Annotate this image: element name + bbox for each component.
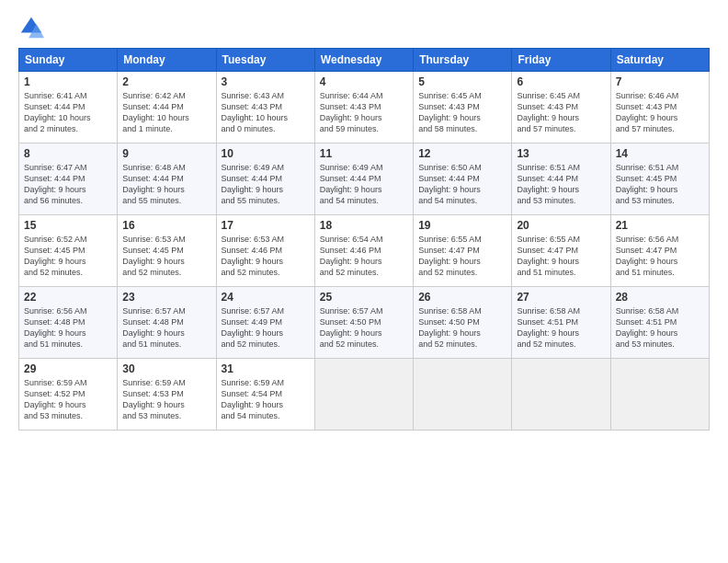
daylight-info: Daylight: 9 hours <box>320 257 382 266</box>
day-info: Sunrise: 6:57 AM Sunset: 4:49 PM Dayligh… <box>222 305 310 350</box>
calendar-cell: 24 Sunrise: 6:57 AM Sunset: 4:49 PM Dayl… <box>216 287 314 359</box>
sunrise-info: Sunrise: 6:47 AM <box>24 163 87 172</box>
calendar-cell: 15 Sunrise: 6:52 AM Sunset: 4:45 PM Dayl… <box>19 215 118 287</box>
day-info: Sunrise: 6:52 AM Sunset: 4:45 PM Dayligh… <box>24 234 112 279</box>
calendar-cell: 14 Sunrise: 6:51 AM Sunset: 4:45 PM Dayl… <box>610 144 709 215</box>
day-info: Sunrise: 6:58 AM Sunset: 4:50 PM Dayligh… <box>418 305 506 350</box>
calendar-body: 1 Sunrise: 6:41 AM Sunset: 4:44 PM Dayli… <box>19 72 710 431</box>
daylight-info: Daylight: 9 hours <box>616 113 678 122</box>
calendar-cell: 27 Sunrise: 6:58 AM Sunset: 4:51 PM Dayl… <box>512 287 610 359</box>
calendar-week-row: 8 Sunrise: 6:47 AM Sunset: 4:44 PM Dayli… <box>19 144 710 215</box>
day-info: Sunrise: 6:49 AM Sunset: 4:44 PM Dayligh… <box>222 162 310 207</box>
calendar-cell: 23 Sunrise: 6:57 AM Sunset: 4:48 PM Dayl… <box>118 287 216 359</box>
day-info: Sunrise: 6:57 AM Sunset: 4:48 PM Dayligh… <box>122 305 210 350</box>
daylight-cont: and 54 minutes. <box>418 196 477 205</box>
daylight-cont: and 53 minutes. <box>122 411 181 420</box>
day-info: Sunrise: 6:55 AM Sunset: 4:47 PM Dayligh… <box>418 234 506 279</box>
calendar-cell: 3 Sunrise: 6:43 AM Sunset: 4:43 PM Dayli… <box>216 72 314 144</box>
sunset-info: Sunset: 4:51 PM <box>616 317 677 327</box>
calendar-cell: 13 Sunrise: 6:51 AM Sunset: 4:44 PM Dayl… <box>512 144 610 215</box>
daylight-info: Daylight: 9 hours <box>24 400 86 409</box>
daylight-info: Daylight: 9 hours <box>616 257 678 266</box>
sunrise-info: Sunrise: 6:57 AM <box>122 306 186 316</box>
day-info: Sunrise: 6:42 AM Sunset: 4:44 PM Dayligh… <box>122 90 210 135</box>
calendar-week-row: 1 Sunrise: 6:41 AM Sunset: 4:44 PM Dayli… <box>19 72 710 144</box>
calendar-cell: 21 Sunrise: 6:56 AM Sunset: 4:47 PM Dayl… <box>610 215 709 287</box>
sunrise-info: Sunrise: 6:56 AM <box>616 235 679 244</box>
sunset-info: Sunset: 4:44 PM <box>222 174 283 183</box>
sunrise-info: Sunrise: 6:45 AM <box>418 91 482 100</box>
daylight-info: Daylight: 9 hours <box>517 113 579 122</box>
sunrise-info: Sunrise: 6:53 AM <box>122 235 186 244</box>
daylight-info: Daylight: 9 hours <box>320 328 382 338</box>
daylight-cont: and 53 minutes. <box>24 411 83 420</box>
calendar-cell: 31 Sunrise: 6:59 AM Sunset: 4:54 PM Dayl… <box>216 359 314 431</box>
sunrise-info: Sunrise: 6:49 AM <box>222 163 285 172</box>
daylight-cont: and 52 minutes. <box>222 268 280 277</box>
calendar-cell: 7 Sunrise: 6:46 AM Sunset: 4:43 PM Dayli… <box>610 72 709 144</box>
daylight-info: Daylight: 9 hours <box>418 185 481 194</box>
calendar-week-row: 15 Sunrise: 6:52 AM Sunset: 4:45 PM Dayl… <box>19 215 710 287</box>
calendar-cell <box>512 359 610 431</box>
daylight-cont: and 52 minutes. <box>222 339 280 349</box>
day-info: Sunrise: 6:51 AM Sunset: 4:44 PM Dayligh… <box>517 162 605 207</box>
daylight-info: Daylight: 9 hours <box>122 400 185 409</box>
day-number: 6 <box>517 75 605 88</box>
daylight-cont: and 55 minutes. <box>122 196 181 205</box>
day-number: 4 <box>320 75 408 88</box>
calendar-cell: 17 Sunrise: 6:53 AM Sunset: 4:46 PM Dayl… <box>216 215 314 287</box>
day-info: Sunrise: 6:54 AM Sunset: 4:46 PM Dayligh… <box>320 234 408 279</box>
day-info: Sunrise: 6:58 AM Sunset: 4:51 PM Dayligh… <box>616 305 704 350</box>
sunset-info: Sunset: 4:47 PM <box>517 246 578 255</box>
daylight-cont: and 53 minutes. <box>517 196 575 205</box>
daylight-cont: and 56 minutes. <box>24 196 83 205</box>
daylight-info: Daylight: 9 hours <box>616 185 678 194</box>
day-number: 28 <box>616 291 704 304</box>
daylight-info: Daylight: 9 hours <box>320 185 382 194</box>
calendar-header-cell: Sunday <box>19 49 118 72</box>
day-info: Sunrise: 6:58 AM Sunset: 4:51 PM Dayligh… <box>517 305 605 350</box>
sunset-info: Sunset: 4:46 PM <box>222 246 283 255</box>
calendar-cell: 30 Sunrise: 6:59 AM Sunset: 4:53 PM Dayl… <box>118 359 216 431</box>
calendar-cell <box>610 359 709 431</box>
sunset-info: Sunset: 4:43 PM <box>222 102 283 111</box>
day-number: 31 <box>222 362 310 375</box>
sunrise-info: Sunrise: 6:56 AM <box>24 306 87 316</box>
daylight-info: Daylight: 9 hours <box>418 113 481 122</box>
daylight-info: Daylight: 9 hours <box>122 185 185 194</box>
sunrise-info: Sunrise: 6:57 AM <box>222 306 285 316</box>
sunrise-info: Sunrise: 6:53 AM <box>222 235 285 244</box>
daylight-cont: and 52 minutes. <box>418 268 477 277</box>
daylight-cont: and 51 minutes. <box>616 268 675 277</box>
daylight-info: Daylight: 9 hours <box>222 185 284 194</box>
logo-icon <box>18 15 44 40</box>
calendar-header-cell: Saturday <box>610 49 709 72</box>
sunrise-info: Sunrise: 6:59 AM <box>122 378 186 387</box>
sunrise-info: Sunrise: 6:58 AM <box>418 306 482 316</box>
day-number: 24 <box>222 291 310 304</box>
day-number: 13 <box>517 147 605 160</box>
day-info: Sunrise: 6:50 AM Sunset: 4:44 PM Dayligh… <box>418 162 506 207</box>
daylight-cont: and 55 minutes. <box>222 196 280 205</box>
daylight-info: Daylight: 9 hours <box>222 400 284 409</box>
day-info: Sunrise: 6:56 AM Sunset: 4:47 PM Dayligh… <box>616 234 704 279</box>
day-info: Sunrise: 6:47 AM Sunset: 4:44 PM Dayligh… <box>24 162 112 207</box>
sunrise-info: Sunrise: 6:55 AM <box>418 235 482 244</box>
sunrise-info: Sunrise: 6:50 AM <box>418 163 482 172</box>
sunrise-info: Sunrise: 6:59 AM <box>222 378 285 387</box>
calendar-cell: 8 Sunrise: 6:47 AM Sunset: 4:44 PM Dayli… <box>19 144 118 215</box>
sunrise-info: Sunrise: 6:42 AM <box>122 91 186 100</box>
sunset-info: Sunset: 4:43 PM <box>418 102 480 111</box>
sunset-info: Sunset: 4:43 PM <box>517 102 578 111</box>
calendar-cell: 11 Sunrise: 6:49 AM Sunset: 4:44 PM Dayl… <box>314 144 413 215</box>
daylight-cont: and 52 minutes. <box>517 339 575 349</box>
calendar-header-cell: Friday <box>512 49 610 72</box>
calendar-header-cell: Monday <box>118 49 216 72</box>
daylight-cont: and 51 minutes. <box>24 339 83 349</box>
sunrise-info: Sunrise: 6:44 AM <box>320 91 383 100</box>
calendar-cell <box>414 359 512 431</box>
sunrise-info: Sunrise: 6:51 AM <box>517 163 580 172</box>
daylight-cont: and 1 minute. <box>122 124 173 133</box>
day-info: Sunrise: 6:57 AM Sunset: 4:50 PM Dayligh… <box>320 305 408 350</box>
daylight-cont: and 57 minutes. <box>616 124 675 133</box>
